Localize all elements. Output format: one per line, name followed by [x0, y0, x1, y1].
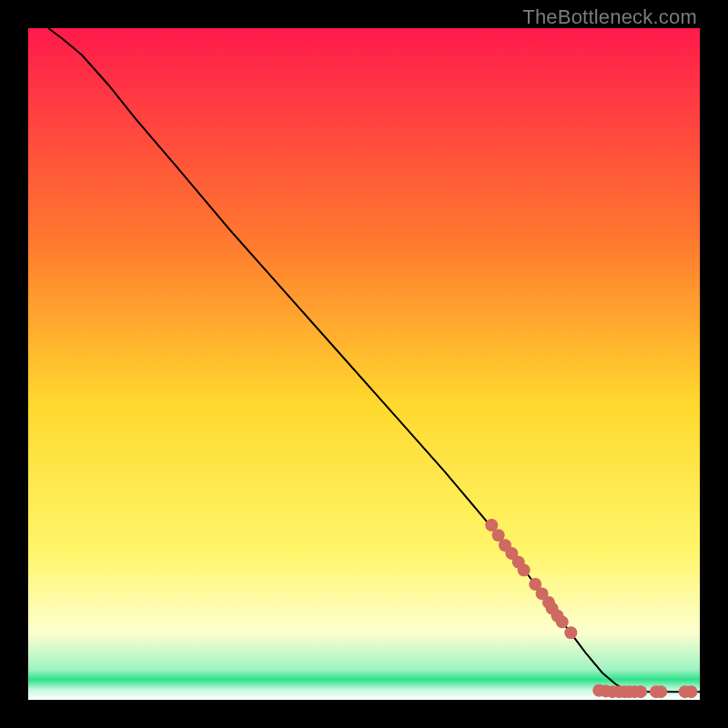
- plot-svg: [28, 28, 700, 700]
- plot-area: [28, 28, 700, 700]
- data-marker: [684, 685, 697, 698]
- data-marker: [518, 564, 531, 577]
- data-marker: [634, 685, 647, 698]
- chart-stage: TheBottleneck.com: [0, 0, 728, 728]
- gradient-background: [28, 28, 700, 700]
- data-marker: [556, 615, 569, 628]
- data-marker: [564, 626, 577, 639]
- attribution-label: TheBottleneck.com: [522, 5, 697, 29]
- data-marker: [654, 685, 667, 698]
